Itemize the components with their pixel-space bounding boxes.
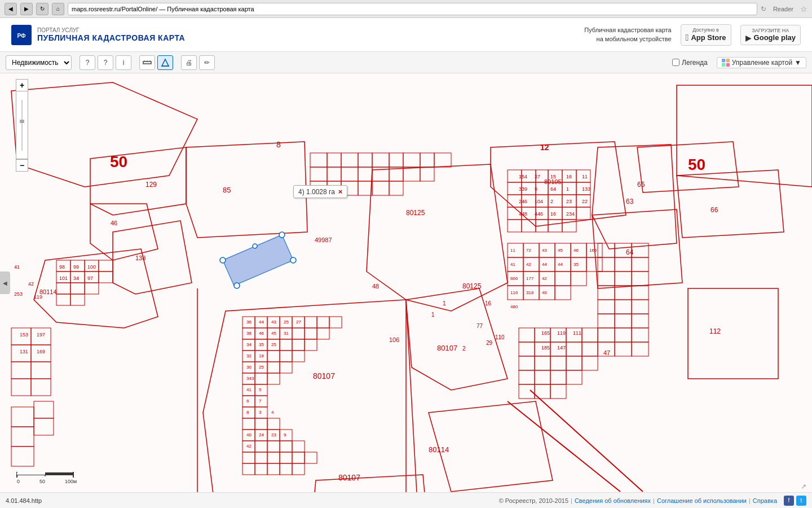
svg-text:8: 8 [246,410,249,415]
reader-button[interactable]: Reader [770,5,797,14]
svg-text:480: 480 [510,304,518,309]
svg-text:131: 131 [20,349,28,354]
svg-text:18: 18 [259,353,264,358]
print-button[interactable]: 🖨 [181,55,197,70]
googleplay-icon: ▶ [745,33,752,42]
help-link[interactable]: Справка [753,497,777,504]
mobile-text: Публичная кадастровая карта на мобильном… [584,26,671,43]
svg-point-246 [279,232,285,238]
svg-text:66: 66 [710,206,718,214]
svg-text:16: 16 [550,211,556,217]
svg-text:98: 98 [59,264,65,270]
header-right: Публичная кадастровая карта на мобильном… [584,24,801,46]
rosreestr-logo: РФ [11,25,32,45]
svg-text:80107: 80107 [338,473,360,482]
svg-text:101: 101 [59,275,68,281]
svg-text:44: 44 [259,319,264,325]
svg-text:2: 2 [550,199,553,204]
zoom-slider[interactable] [16,91,28,159]
svg-text:9: 9 [535,186,537,192]
svg-text:49987: 49987 [315,237,332,243]
svg-text:50: 50 [39,479,45,484]
svg-text:15: 15 [550,174,556,179]
svg-text:64: 64 [550,186,556,192]
appstore-badge[interactable]: Доступно в  App Store [681,24,731,46]
svg-text:34: 34 [73,275,79,281]
help-button[interactable]: ? [80,55,95,70]
zoom-in-button[interactable]: + [16,79,28,91]
zoom-out-button[interactable]: − [16,159,28,172]
svg-text:46: 46 [259,331,264,336]
agreement-link[interactable]: Соглашение об использовании [657,497,747,504]
property-type-select[interactable]: Недвижимость [6,55,72,70]
updates-link[interactable]: Сведения об обновлениях [575,497,651,504]
svg-text:197: 197 [37,332,45,338]
app-header: РФ ПОРТАЛ УСЛУГ ПУБЛИЧНАЯ КАДАСТРОВАЯ КА… [0,18,812,52]
twitter-icon[interactable]: t [796,496,806,506]
measurement-value: 4) 1.0028 га [298,188,335,196]
identify-button[interactable]: i [116,55,131,70]
svg-text:110: 110 [495,334,505,340]
apple-icon:  [686,33,689,43]
svg-text:100м: 100м [65,479,77,484]
svg-text:34: 34 [246,342,251,347]
reload-icon: ↻ [761,5,766,13]
svg-text:29: 29 [486,340,493,346]
back-button[interactable]: ◀ [5,3,17,15]
svg-text:8: 8 [276,140,281,149]
draw-button[interactable]: ✏ [199,55,215,70]
tooltip-close-button[interactable]: × [338,187,343,196]
svg-text:46: 46 [111,220,117,226]
forward-button[interactable]: ▶ [20,3,33,15]
svg-text:35: 35 [259,342,264,347]
svg-text:12: 12 [540,143,549,152]
svg-text:246: 246 [519,199,527,204]
svg-text:119: 119 [557,330,566,336]
svg-text:38: 38 [246,331,251,336]
svg-point-247 [253,244,257,248]
svg-rect-9 [726,59,730,62]
dropdown-arrow-icon: ▼ [795,59,801,67]
svg-text:85: 85 [223,186,231,194]
info-button[interactable]: ? [98,55,113,70]
svg-text:1: 1 [566,186,569,192]
svg-text:35: 35 [573,262,579,267]
manage-map-button[interactable]: Управление картой ▼ [717,57,806,68]
svg-text:31: 31 [284,331,289,336]
svg-text:80107: 80107 [437,344,457,352]
reload-button[interactable]: ↻ [36,3,48,15]
svg-text:50: 50 [688,156,705,173]
legend-checkbox-label[interactable]: Легенда [672,59,708,67]
svg-text:40: 40 [542,290,547,295]
svg-text:42: 42 [28,281,34,287]
svg-text:339: 339 [519,186,527,192]
svg-text:1: 1 [443,300,446,306]
panel-collapse-button[interactable]: ◀ [0,271,10,294]
facebook-icon[interactable]: f [784,496,794,506]
url-bar[interactable] [68,3,757,15]
svg-text:41: 41 [510,262,515,267]
legend-checkbox[interactable] [672,59,679,66]
measure-button[interactable] [139,55,155,70]
svg-text:16: 16 [566,174,572,179]
home-button[interactable]: ⌂ [52,3,64,15]
svg-text:42: 42 [526,262,531,267]
map-area[interactable]: 2 + − ◀ [0,73,812,492]
area-measure-button[interactable] [157,55,173,70]
googleplay-badge[interactable]: ЗАГРУЗИТЕ НА ▶ Google play [740,25,801,45]
svg-text:25: 25 [284,319,289,325]
svg-text:100: 100 [87,264,96,270]
svg-text:116: 116 [510,290,518,295]
svg-rect-374 [17,472,45,475]
bookmark-icon[interactable]: ☆ [800,5,807,14]
svg-text:9: 9 [284,432,286,437]
svg-point-244 [220,257,226,263]
svg-rect-10 [722,63,725,67]
svg-text:448: 448 [519,211,527,217]
svg-text:72: 72 [526,248,531,253]
svg-text:80125: 80125 [462,282,482,290]
svg-text:64: 64 [626,248,634,256]
cadastral-map-svg: 50 50 8 12 129 46 138 85 49987 80114 801… [0,73,812,492]
svg-text:24: 24 [259,432,264,437]
svg-text:169: 169 [37,349,45,354]
